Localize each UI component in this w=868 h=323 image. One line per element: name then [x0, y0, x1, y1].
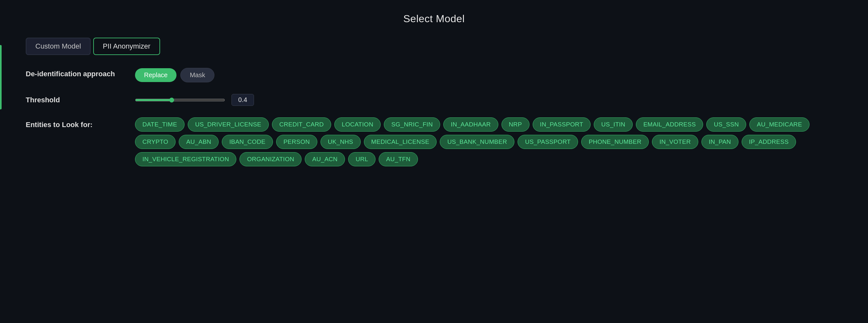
approach-replace-button[interactable]: Replace: [135, 68, 177, 82]
entity-tag-ip_address[interactable]: IP_ADDRESS: [742, 135, 796, 149]
entity-tag-date_time[interactable]: DATE_TIME: [135, 117, 185, 131]
entity-tag-url[interactable]: URL: [348, 152, 375, 166]
deidentification-section: De-identification approach Replace Mask: [19, 68, 849, 82]
entity-tag-au_abn[interactable]: AU_ABN: [179, 135, 219, 149]
threshold-controls: 0.4: [135, 94, 254, 106]
entity-tag-nrp[interactable]: NRP: [501, 117, 529, 131]
tab-custom-model[interactable]: Custom Model: [26, 38, 91, 55]
entities-section: Entities to Look for: DATE_TIMEUS_DRIVER…: [19, 117, 849, 166]
entity-tag-us_driver_license[interactable]: US_DRIVER_LICENSE: [188, 117, 269, 131]
entity-tag-uk_nhs[interactable]: UK_NHS: [320, 135, 361, 149]
threshold-value: 0.4: [231, 94, 254, 106]
entity-tag-sg_nric_fin[interactable]: SG_NRIC_FIN: [384, 117, 440, 131]
approach-mask-button[interactable]: Mask: [180, 68, 214, 82]
entity-tag-in_pan[interactable]: IN_PAN: [702, 135, 739, 149]
threshold-section: Threshold 0.4: [19, 94, 849, 106]
entity-tag-us_ssn[interactable]: US_SSN: [706, 117, 746, 131]
entity-tag-us_passport[interactable]: US_PASSPORT: [518, 135, 578, 149]
entity-tag-crypto[interactable]: CRYPTO: [135, 135, 176, 149]
entity-tag-medical_license[interactable]: MEDICAL_LICENSE: [364, 135, 437, 149]
entity-tag-au_tfn[interactable]: AU_TFN: [379, 152, 418, 166]
deidentification-options: Replace Mask: [135, 68, 214, 82]
entity-tag-in_vehicle_registration[interactable]: IN_VEHICLE_REGISTRATION: [135, 152, 236, 166]
entity-tag-organization[interactable]: ORGANIZATION: [240, 152, 302, 166]
entity-tag-person[interactable]: PERSON: [276, 135, 317, 149]
entities-tags-container: DATE_TIMEUS_DRIVER_LICENSECREDIT_CARDLOC…: [135, 117, 842, 166]
deidentification-label: De-identification approach: [26, 68, 135, 78]
tab-pii-anonymizer[interactable]: PII Anonymizer: [93, 38, 160, 55]
entity-tag-location[interactable]: LOCATION: [334, 117, 381, 131]
threshold-label: Threshold: [26, 96, 135, 104]
sidebar-indicator: [0, 45, 2, 109]
entities-label: Entities to Look for:: [26, 117, 135, 129]
entity-tag-email_address[interactable]: EMAIL_ADDRESS: [636, 117, 703, 131]
tabs-row: Custom Model PII Anonymizer: [26, 38, 849, 55]
threshold-slider[interactable]: [135, 97, 225, 102]
entity-tag-in_aadhaar[interactable]: IN_AADHAAR: [443, 117, 498, 131]
page-container: Select Model Custom Model PII Anonymizer…: [0, 0, 868, 323]
entity-tag-au_acn[interactable]: AU_ACN: [305, 152, 345, 166]
entity-tag-us_itin[interactable]: US_ITIN: [594, 117, 633, 131]
entity-tag-phone_number[interactable]: PHONE_NUMBER: [581, 135, 649, 149]
entity-tag-in_voter[interactable]: IN_VOTER: [652, 135, 698, 149]
entity-tag-iban_code[interactable]: IBAN_CODE: [222, 135, 273, 149]
entity-tag-au_medicare[interactable]: AU_MEDICARE: [749, 117, 809, 131]
entity-tag-in_passport[interactable]: IN_PASSPORT: [533, 117, 591, 131]
entity-tag-credit_card[interactable]: CREDIT_CARD: [272, 117, 331, 131]
page-title: Select Model: [19, 13, 849, 25]
entity-tag-us_bank_number[interactable]: US_BANK_NUMBER: [440, 135, 515, 149]
